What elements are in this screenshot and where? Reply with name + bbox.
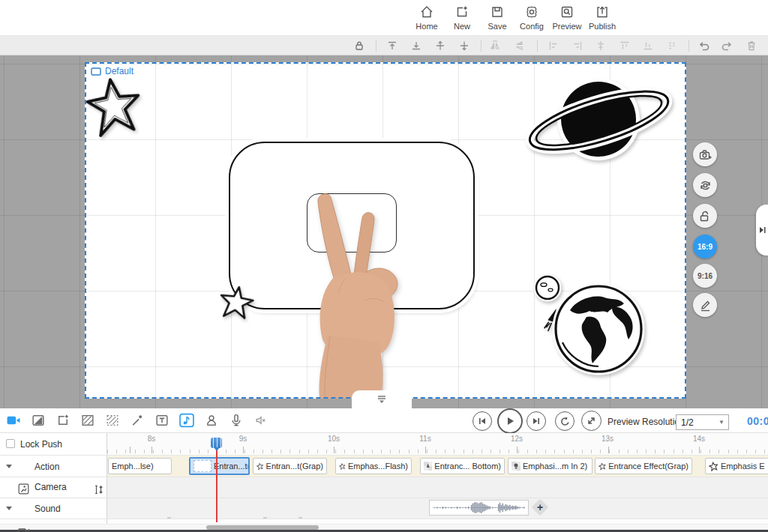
props-tool-button[interactable]: [105, 413, 120, 428]
align-middle-down-button[interactable]: [458, 40, 470, 52]
audio-clip[interactable]: [429, 500, 529, 516]
time-display: 00:0: [747, 415, 768, 427]
timeline-effect-item[interactable]: Entran...t(Grap): [253, 458, 327, 474]
distribute-button[interactable]: [666, 40, 678, 52]
camera-track-label: Camera: [34, 482, 67, 492]
publish-label: Publish: [585, 22, 620, 31]
effect-item-label: Emphasis E: [721, 462, 765, 471]
ruler-label: 14s: [693, 435, 705, 443]
timeline-effect-item[interactable]: Emphas...Flash): [335, 458, 412, 474]
unlock-button[interactable]: [693, 204, 717, 228]
resolution-dropdown[interactable]: 1/2 ▼: [676, 414, 729, 430]
star-sketch-small[interactable]: [216, 281, 258, 323]
lock-object-button[interactable]: [353, 40, 365, 52]
action-track-label: Action: [34, 462, 59, 472]
preview-resolution-label: Preview Resolution: [608, 417, 685, 427]
camera-track-header[interactable]: Camera: [0, 477, 107, 498]
sound-track-strip: +: [107, 498, 768, 519]
effect-tool-button[interactable]: [130, 413, 145, 428]
video-tool-button[interactable]: [6, 413, 21, 428]
background-tool-button[interactable]: [80, 413, 95, 428]
fullscreen-button[interactable]: [581, 411, 602, 431]
align-bottom-button[interactable]: [410, 40, 422, 52]
effect-item-label: Entran...t(Grap): [266, 462, 323, 471]
timeline-effect-item-selected[interactable]: Entran...t(Grap): [189, 457, 250, 475]
play-button[interactable]: [497, 408, 523, 434]
home-button[interactable]: Home: [410, 4, 444, 31]
music-tool-button[interactable]: [179, 413, 194, 428]
timeline-effect-item[interactable]: Emph...lse): [108, 458, 172, 474]
align-center-button[interactable]: [595, 40, 607, 52]
align-top-button[interactable]: [386, 40, 398, 52]
timeline-effect-item[interactable]: Emphasis E: [705, 458, 768, 474]
action-track-header[interactable]: Action: [0, 456, 107, 477]
align-right-button[interactable]: [572, 40, 584, 52]
timeline-effect-item[interactable]: Entranc... Bottom): [420, 458, 505, 474]
faint-mark: [167, 517, 171, 519]
playhead-handle[interactable]: [211, 438, 222, 448]
character-tool-button[interactable]: [204, 413, 219, 428]
timeline-effect-item[interactable]: Emphasi...m In 2): [508, 458, 592, 474]
playhead-line: [216, 448, 218, 522]
publish-button[interactable]: Publish: [585, 4, 620, 31]
replay-button[interactable]: [555, 411, 574, 431]
skip-to-end-button[interactable]: [526, 411, 546, 431]
effect-thumbnail-icon: [512, 462, 520, 471]
config-button[interactable]: Config: [514, 4, 549, 31]
preview-button[interactable]: Preview: [550, 4, 584, 31]
timeline-effect-item[interactable]: Entrance Effect(Grap): [595, 458, 692, 474]
new-button[interactable]: New: [445, 4, 479, 31]
align-top-edge-button[interactable]: [619, 40, 631, 52]
expand-panel-tab[interactable]: [756, 205, 768, 256]
saturn-sketch[interactable]: [524, 74, 681, 166]
redo-button[interactable]: [722, 40, 734, 52]
toolbar-separator: [481, 40, 482, 52]
home-label: Home: [410, 22, 444, 31]
timeline-scrollbar[interactable]: [0, 524, 768, 530]
flip-horizontal-button[interactable]: [489, 40, 501, 52]
earth-rocket-sketch[interactable]: [524, 269, 650, 378]
add-scene-button[interactable]: [56, 413, 70, 428]
rotate-button[interactable]: [693, 173, 717, 197]
text-tool-button[interactable]: [154, 413, 170, 428]
flip-vertical-button[interactable]: [513, 40, 525, 52]
align-middle-up-button[interactable]: [434, 40, 446, 52]
record-tool-button[interactable]: [229, 413, 244, 428]
lock-push-checkbox[interactable]: [6, 439, 15, 448]
save-button[interactable]: Save: [480, 4, 514, 31]
effect-thumbnail-icon: [424, 462, 432, 471]
timeline-ruler[interactable]: 8s 9s 10s 11s 12s 13s 14s: [107, 433, 768, 456]
fullscreen-icon: [586, 416, 596, 426]
plus-icon: +: [537, 501, 543, 513]
effect-item-label: Entrance Effect(Grap): [608, 462, 688, 471]
new-icon: [445, 4, 479, 19]
camera-track-strip: [107, 477, 768, 498]
collapse-track-icon[interactable]: [6, 507, 12, 510]
scene-name-tag[interactable]: Default: [91, 66, 134, 76]
image-icon: [31, 413, 46, 428]
star-sketch-large[interactable]: [85, 70, 146, 142]
add-camera-button[interactable]: [693, 142, 717, 166]
ratio-16-9-button[interactable]: 16:9: [693, 235, 717, 259]
skip-to-start-button[interactable]: [472, 411, 492, 431]
rotate-icon: [698, 178, 712, 193]
scene-name-text: Default: [105, 66, 134, 76]
star-effect-icon: [709, 462, 718, 471]
skip-end-icon: [532, 417, 541, 426]
scene-icon: [91, 67, 101, 76]
add-sound-button[interactable]: +: [532, 499, 548, 516]
sound-track-header[interactable]: Sound: [0, 498, 107, 519]
toolbar-separator: [688, 40, 689, 52]
edit-scene-button[interactable]: [693, 293, 717, 317]
collapse-track-icon[interactable]: [6, 465, 12, 468]
ratio-9-16-button[interactable]: 9:16: [693, 264, 717, 288]
delete-button[interactable]: [746, 40, 758, 52]
image-tool-button[interactable]: [31, 413, 46, 428]
canvas-collapse-tab[interactable]: [352, 390, 412, 408]
align-bottom-edge-button[interactable]: [642, 40, 654, 52]
undo-button[interactable]: [698, 40, 710, 52]
mute-button[interactable]: [254, 413, 268, 428]
align-left-button[interactable]: [548, 40, 560, 52]
magic-wand-icon: [130, 413, 145, 428]
props-icon: [105, 413, 120, 428]
